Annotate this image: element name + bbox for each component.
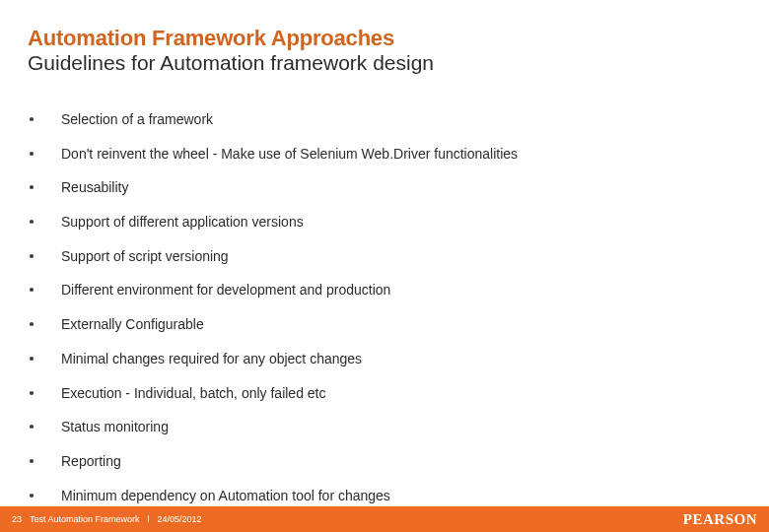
bullet-text: Selection of a framework: [61, 110, 213, 128]
bullet-text: Reusability: [61, 178, 128, 196]
footer-separator: l: [148, 514, 150, 524]
footer-doc-title: Test Automation Framework: [30, 514, 140, 524]
bullet-icon: [30, 494, 34, 498]
slide: Automation Framework Approaches Guidelin…: [0, 0, 769, 532]
list-item: Reporting: [28, 452, 749, 470]
list-item: Minimum dependency on Automation tool fo…: [28, 487, 749, 504]
bullet-text: Externally Configurable: [61, 315, 204, 333]
bullet-icon: [30, 357, 34, 361]
bullet-text: Status monitoring: [61, 418, 169, 435]
list-item: Different environment for development an…: [28, 281, 749, 299]
bullet-icon: [30, 185, 34, 189]
brand-logo: PEARSON: [683, 511, 757, 528]
bullet-text: Don't reinvent the wheel - Make use of S…: [61, 145, 518, 163]
slide-title: Automation Framework Approaches: [28, 26, 749, 51]
list-item: Execution - Individual, batch, only fail…: [28, 384, 749, 402]
bullet-text: Different environment for development an…: [61, 281, 390, 299]
slide-subtitle: Guidelines for Automation framework desi…: [28, 51, 749, 76]
bullet-icon: [30, 391, 34, 395]
bullet-text: Minimal changes required for any object …: [61, 350, 362, 367]
list-item: Support of different application version…: [28, 213, 749, 231]
bullet-icon: [30, 117, 34, 121]
footer-left: 23 Test Automation Framework l 24/05/201…: [12, 514, 202, 524]
bullet-icon: [30, 288, 34, 292]
bullet-text: Support of different application version…: [61, 213, 304, 231]
bullet-icon: [30, 152, 34, 156]
list-item: Selection of a framework: [28, 110, 749, 128]
list-item: Status monitoring: [28, 418, 749, 435]
bullet-text: Support of script versioning: [61, 247, 229, 265]
bullet-text: Execution - Individual, batch, only fail…: [61, 384, 326, 402]
bullet-icon: [30, 425, 34, 429]
bullet-list: Selection of a framework Don't reinvent …: [28, 110, 749, 520]
footer-bar: 23 Test Automation Framework l 24/05/201…: [0, 506, 769, 532]
heading-block: Automation Framework Approaches Guidelin…: [28, 26, 749, 76]
bullet-icon: [30, 254, 34, 258]
list-item: Reusability: [28, 178, 749, 196]
bullet-icon: [30, 459, 34, 463]
footer-date: 24/05/2012: [158, 514, 202, 524]
bullet-text: Reporting: [61, 452, 121, 470]
list-item: Externally Configurable: [28, 315, 749, 333]
list-item: Minimal changes required for any object …: [28, 350, 749, 367]
list-item: Support of script versioning: [28, 247, 749, 265]
page-number: 23: [12, 514, 22, 524]
bullet-icon: [30, 322, 34, 326]
bullet-text: Minimum dependency on Automation tool fo…: [61, 487, 390, 504]
bullet-icon: [30, 220, 34, 224]
list-item: Don't reinvent the wheel - Make use of S…: [28, 145, 749, 163]
